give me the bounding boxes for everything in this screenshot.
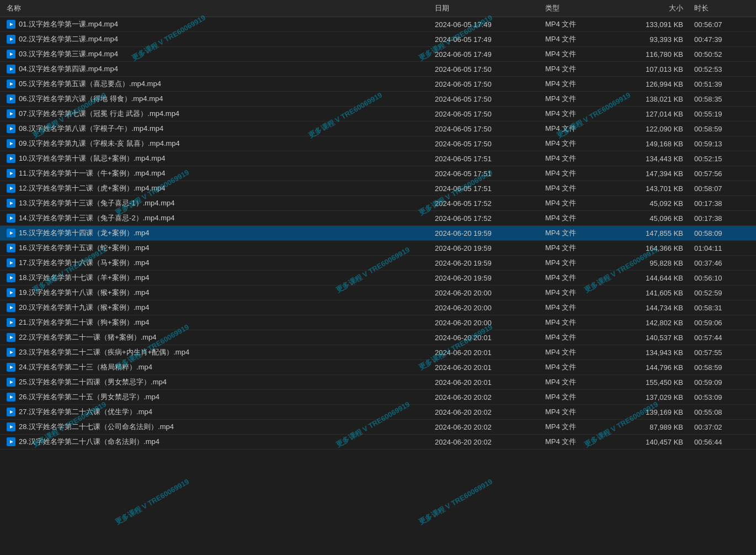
file-size: 138,021 KB (622, 95, 694, 103)
table-row[interactable]: ▶ 13.汉字姓名学第十三课（兔子喜忌-1）.mp4.mp4 2024-06-0… (0, 196, 756, 211)
table-row[interactable]: ▶ 25.汉字姓名学第二十四课（男女禁忌字）.mp4 2024-06-20 20… (0, 375, 756, 390)
file-name-text: 28.汉字姓名学第二十七课（公司命名法则）.mp4 (19, 422, 174, 432)
table-row[interactable]: ▶ 06.汉字姓名学第六课（得地 得食）.mp4.mp4 2024-06-05 … (0, 92, 756, 107)
file-duration: 00:50:52 (694, 50, 749, 59)
table-row[interactable]: ▶ 20.汉字姓名学第十九课（猴+案例）.mp4 2024-06-20 20:0… (0, 300, 756, 315)
mp4-icon: ▶ (7, 214, 15, 223)
file-date: 2024-06-05 17:49 (435, 50, 545, 59)
file-size: 147,394 KB (622, 170, 694, 178)
file-name-cell: ▶ 15.汉字姓名学第十四课（龙+案例）.mp4 (7, 228, 435, 238)
file-duration: 00:58:07 (694, 184, 749, 193)
table-row[interactable]: ▶ 05.汉字姓名学第五课（喜忌要点）.mp4.mp4 2024-06-05 1… (0, 77, 756, 92)
mp4-icon: ▶ (7, 288, 15, 297)
file-date: 2024-06-20 20:02 (435, 408, 545, 416)
table-row[interactable]: ▶ 23.汉字姓名学第二十二课（疾病+内生肖+配偶）.mp4 2024-06-2… (0, 345, 756, 360)
file-date: 2024-06-20 20:02 (435, 438, 545, 446)
file-name-cell: ▶ 03.汉字姓名学第三课.mp4.mp4 (7, 49, 435, 59)
column-headers: 名称 日期 类型 大小 时长 (0, 0, 756, 17)
file-size: 149,168 KB (622, 140, 694, 148)
file-duration: 00:58:59 (694, 363, 749, 372)
file-date: 2024-06-05 17:50 (435, 65, 545, 73)
file-duration: 00:52:15 (694, 155, 749, 163)
file-size: 140,457 KB (622, 438, 694, 446)
file-size: 164,366 KB (622, 244, 694, 252)
table-row[interactable]: ▶ 22.汉字姓名学第二十一课（猪+案例）.mp4 2024-06-20 20:… (0, 330, 756, 345)
file-size: 143,701 KB (622, 184, 694, 193)
file-name-text: 25.汉字姓名学第二十四课（男女禁忌字）.mp4 (19, 377, 167, 387)
file-name-cell: ▶ 29.汉字姓名学第二十八课（命名法则）.mp4 (7, 437, 435, 447)
table-row[interactable]: ▶ 21.汉字姓名学第二十课（狗+案例）.mp4 2024-06-20 20:0… (0, 315, 756, 330)
file-type: MP4 文件 (545, 392, 622, 402)
file-duration: 00:37:46 (694, 259, 749, 267)
file-type: MP4 文件 (545, 332, 622, 342)
file-name-text: 21.汉字姓名学第二十课（狗+案例）.mp4 (19, 318, 150, 327)
table-row[interactable]: ▶ 01.汉字姓名学第一课.mp4.mp4 2024-06-05 17:49 M… (0, 17, 756, 32)
file-size: 45,092 KB (622, 199, 694, 208)
file-name-text: 18.汉字姓名学第十七课（羊+案例）.mp4 (19, 273, 150, 283)
file-date: 2024-06-05 17:50 (435, 95, 545, 103)
col-name-header: 名称 (7, 3, 435, 13)
table-row[interactable]: ▶ 09.汉字姓名学第九课（字根未-亥 鼠喜）.mp4.mp4 2024-06-… (0, 136, 756, 151)
file-type: MP4 文件 (545, 154, 622, 163)
file-name-text: 07.汉字姓名学第七课（冠冕 行走 武器）.mp4.mp4 (19, 109, 179, 119)
table-row[interactable]: ▶ 11.汉字姓名学第十一课（牛+案例）.mp4.mp4 2024-06-05 … (0, 166, 756, 181)
file-duration: 00:56:44 (694, 438, 749, 446)
table-row[interactable]: ▶ 07.汉字姓名学第七课（冠冕 行走 武器）.mp4.mp4 2024-06-… (0, 107, 756, 121)
file-name-text: 04.汉字姓名学第四课.mp4.mp4 (19, 64, 118, 74)
file-name-cell: ▶ 22.汉字姓名学第二十一课（猪+案例）.mp4 (7, 332, 435, 342)
file-type: MP4 文件 (545, 288, 622, 298)
file-duration: 00:56:10 (694, 274, 749, 282)
table-row[interactable]: ▶ 29.汉字姓名学第二十八课（命名法则）.mp4 2024-06-20 20:… (0, 435, 756, 450)
mp4-icon: ▶ (7, 378, 15, 387)
table-row[interactable]: ▶ 16.汉字姓名学第十五课（蛇+案例）.mp4 2024-06-20 19:5… (0, 241, 756, 256)
file-type: MP4 文件 (545, 183, 622, 193)
file-name-cell: ▶ 08.汉字姓名学第八课（字根子-午）.mp4.mp4 (7, 124, 435, 134)
file-size: 139,169 KB (622, 408, 694, 416)
table-row[interactable]: ▶ 26.汉字姓名学第二十五（男女禁忌字）.mp4 2024-06-20 20:… (0, 390, 756, 405)
file-type: MP4 文件 (545, 273, 622, 283)
mp4-icon: ▶ (7, 169, 15, 178)
file-name-cell: ▶ 23.汉字姓名学第二十二课（疾病+内生肖+配偶）.mp4 (7, 347, 435, 357)
table-row[interactable]: ▶ 17.汉字姓名学第十六课（马+案例）.mp4 2024-06-20 19:5… (0, 256, 756, 271)
file-name-cell: ▶ 20.汉字姓名学第十九课（猴+案例）.mp4 (7, 303, 435, 313)
mp4-icon: ▶ (7, 20, 15, 29)
file-name-cell: ▶ 25.汉字姓名学第二十四课（男女禁忌字）.mp4 (7, 377, 435, 387)
file-name-text: 20.汉字姓名学第十九课（猴+案例）.mp4 (19, 303, 150, 313)
table-row[interactable]: ▶ 02.汉字姓名学第二课.mp4.mp4 2024-06-05 17:49 M… (0, 32, 756, 47)
file-name-text: 03.汉字姓名学第三课.mp4.mp4 (19, 49, 118, 59)
file-type: MP4 文件 (545, 34, 622, 44)
file-name-cell: ▶ 04.汉字姓名学第四课.mp4.mp4 (7, 64, 435, 74)
file-duration: 00:55:19 (694, 110, 749, 118)
file-size: 87,989 KB (622, 423, 694, 431)
file-name-cell: ▶ 27.汉字姓名学第二十六课（优生学）.mp4 (7, 407, 435, 417)
table-row[interactable]: ▶ 14.汉字姓名学第十三课（兔子喜忌-2）.mp4.mp4 2024-06-0… (0, 211, 756, 226)
table-row[interactable]: ▶ 19.汉字姓名学第十八课（猴+案例）.mp4 2024-06-20 20:0… (0, 286, 756, 300)
file-type: MP4 文件 (545, 198, 622, 208)
table-row[interactable]: ▶ 04.汉字姓名学第四课.mp4.mp4 2024-06-05 17:50 M… (0, 62, 756, 77)
file-date: 2024-06-05 17:51 (435, 184, 545, 193)
table-row[interactable]: ▶ 12.汉字姓名学第十二课（虎+案例）.mp4.mp4 2024-06-05 … (0, 181, 756, 196)
file-date: 2024-06-20 20:01 (435, 334, 545, 342)
table-row[interactable]: ▶ 24.汉字姓名学第二十三（格局精粹）.mp4 2024-06-20 20:0… (0, 360, 756, 375)
file-size: 140,537 KB (622, 334, 694, 342)
file-duration: 00:55:08 (694, 408, 749, 416)
mp4-icon: ▶ (7, 184, 15, 193)
table-row[interactable]: ▶ 27.汉字姓名学第二十六课（优生学）.mp4 2024-06-20 20:0… (0, 405, 756, 420)
table-row[interactable]: ▶ 18.汉字姓名学第十七课（羊+案例）.mp4 2024-06-20 19:5… (0, 271, 756, 286)
watermark: 更多课程 V TRE60069919 (417, 477, 494, 527)
mp4-icon: ▶ (7, 363, 15, 372)
file-type: MP4 文件 (545, 124, 622, 134)
table-row[interactable]: ▶ 15.汉字姓名学第十四课（龙+案例）.mp4 2024-06-20 19:5… (0, 226, 756, 241)
file-size: 127,014 KB (622, 110, 694, 118)
table-row[interactable]: ▶ 28.汉字姓名学第二十七课（公司命名法则）.mp4 2024-06-20 2… (0, 420, 756, 435)
mp4-icon: ▶ (7, 50, 15, 59)
file-size: 133,091 KB (622, 20, 694, 29)
table-row[interactable]: ▶ 03.汉字姓名学第三课.mp4.mp4 2024-06-05 17:49 M… (0, 47, 756, 62)
file-duration: 00:57:56 (694, 170, 749, 178)
file-size: 144,734 KB (622, 304, 694, 312)
file-date: 2024-06-20 20:00 (435, 319, 545, 327)
file-name-cell: ▶ 28.汉字姓名学第二十七课（公司命名法则）.mp4 (7, 422, 435, 432)
table-row[interactable]: ▶ 08.汉字姓名学第八课（字根子-午）.mp4.mp4 2024-06-05 … (0, 121, 756, 136)
file-date: 2024-06-20 20:02 (435, 393, 545, 401)
table-row[interactable]: ▶ 10.汉字姓名学第十课（鼠忌+案例）.mp4.mp4 2024-06-05 … (0, 151, 756, 166)
